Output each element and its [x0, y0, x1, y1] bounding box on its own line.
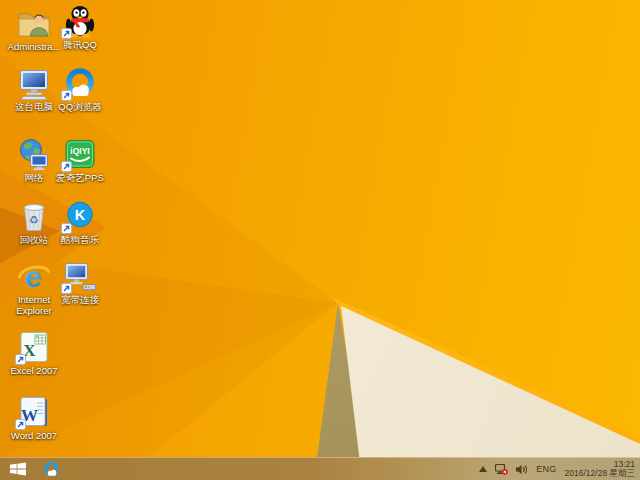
- language-indicator[interactable]: ENG: [536, 464, 556, 474]
- desktop-icon-excel-2007[interactable]: X Excel 2007: [4, 330, 64, 376]
- network-globe-icon: [17, 137, 51, 171]
- qq-browser-taskbar-icon: [43, 461, 60, 478]
- windows-logo-icon: [10, 462, 26, 476]
- shortcut-arrow-icon: [15, 419, 26, 430]
- iqiyi-icon: iQIYI: [63, 137, 97, 171]
- iqiyi-logo-text: iQIYI: [70, 146, 89, 156]
- shortcut-arrow-icon: [61, 90, 72, 101]
- system-tray: ENG 13:21 2016/12/28 星期三: [479, 460, 640, 479]
- desktop-icon-kugou-music[interactable]: K 酷狗音乐: [50, 199, 110, 245]
- desktop-icon-label: QQ浏览器: [58, 101, 101, 112]
- qq-penguin-icon: [63, 4, 97, 38]
- shortcut-arrow-icon: [61, 283, 72, 294]
- shortcut-arrow-icon: [15, 354, 26, 365]
- svg-text:♻: ♻: [29, 214, 39, 227]
- start-button[interactable]: [0, 458, 36, 480]
- clock-date: 2016/12/28 星期三: [565, 468, 635, 478]
- speaker-icon: [516, 464, 528, 475]
- svg-text:e: e: [25, 260, 42, 293]
- taskbar-qq-browser-button[interactable]: [36, 458, 66, 480]
- chevron-up-icon: [479, 466, 487, 472]
- desktop-icon-label: 回收站: [20, 234, 49, 245]
- desktop-icon-broadband[interactable]: 宽带连接: [50, 259, 110, 305]
- shortcut-arrow-icon: [61, 28, 72, 39]
- clock-time: 13:21: [614, 459, 635, 469]
- desktop-icon-qq-browser[interactable]: QQ浏览器: [50, 66, 110, 112]
- broadband-connection-icon: [63, 259, 97, 293]
- computer-icon: [17, 66, 51, 100]
- show-hidden-icons-button[interactable]: [479, 466, 487, 472]
- qq-browser-ring-icon: [63, 66, 97, 100]
- word-icon: W: [17, 395, 51, 429]
- desktop-icon-label: 宽带连接: [61, 294, 99, 305]
- recycle-bin-icon: ♻: [17, 199, 51, 233]
- desktop-icon-label: Word 2007: [11, 430, 57, 441]
- network-disconnected-icon: [495, 464, 508, 475]
- internet-explorer-icon: e: [17, 259, 51, 293]
- clock[interactable]: 13:21 2016/12/28 星期三: [565, 460, 635, 479]
- desktop-icon-label: 腾讯QQ: [63, 39, 97, 50]
- desktop-icon-label: 爱奇艺PPS: [56, 172, 104, 183]
- svg-text:K: K: [75, 207, 86, 223]
- network-status-button[interactable]: [495, 464, 508, 475]
- shortcut-arrow-icon: [61, 223, 72, 234]
- desktop-icon-label: 酷狗音乐: [61, 234, 99, 245]
- desktop-icon-label: 这台电脑: [15, 101, 53, 112]
- shortcut-arrow-icon: [61, 161, 72, 172]
- kugou-icon: K: [63, 199, 97, 233]
- excel-icon: X: [17, 330, 51, 364]
- desktop-icon-iqiyi-pps[interactable]: iQIYI 爱奇艺PPS: [50, 137, 110, 183]
- user-folder-icon: [17, 6, 51, 40]
- desktop-icon-label: Excel 2007: [10, 365, 57, 376]
- volume-button[interactable]: [516, 464, 528, 475]
- taskbar: ENG 13:21 2016/12/28 星期三: [0, 457, 640, 480]
- desktop-icon-word-2007[interactable]: W Word 2007: [4, 395, 64, 441]
- desktop-icon-label: 网络: [25, 172, 44, 183]
- desktop-icon-grid: Administra...: [4, 0, 124, 456]
- desktop-icon-tencent-qq[interactable]: 腾讯QQ: [50, 4, 110, 50]
